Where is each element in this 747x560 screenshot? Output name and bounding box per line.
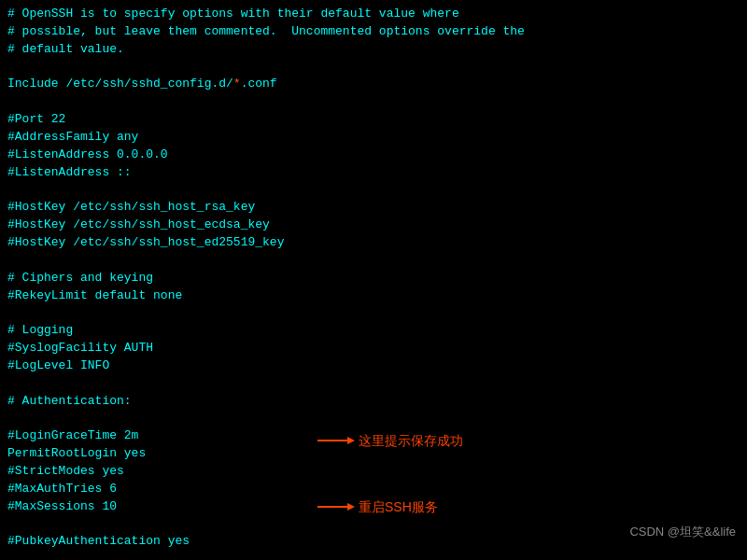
line-22	[7, 375, 740, 393]
line-9: #ListenAddress 0.0.0.0	[7, 147, 740, 164]
line-10: #ListenAddress ::	[7, 164, 740, 182]
svg-marker-3	[347, 503, 355, 511]
line-11	[7, 181, 740, 199]
line-15	[7, 252, 740, 270]
line-23: # Authentication:	[7, 393, 740, 411]
terminal: # OpenSSH is to specify options with the…	[0, 0, 747, 560]
line-16: # Ciphers and keying	[7, 270, 740, 287]
line-28: #MaxAuthTries 6	[7, 481, 740, 498]
line-1: # OpenSSH is to specify options with the…	[7, 6, 740, 23]
line-24	[7, 410, 740, 427]
line-20: #SyslogFacility AUTH	[7, 340, 740, 357]
annotation-restart-text: 重启SSH服务	[359, 497, 438, 516]
watermark: CSDN @坦笑&&life	[629, 524, 736, 541]
line-4	[7, 59, 740, 77]
line-3: # default value.	[7, 41, 740, 59]
line-19: # Logging	[7, 322, 740, 340]
arrow-right-icon	[317, 433, 355, 448]
line-17: #RekeyLimit default none	[7, 287, 740, 305]
line-7: #Port 22	[7, 111, 740, 129]
line-14: #HostKey /etc/ssh/ssh_host_ed25519_key	[7, 234, 740, 252]
line-6	[7, 93, 740, 111]
svg-marker-1	[347, 437, 355, 444]
annotation-save-text: 这里提示保存成功	[359, 431, 463, 450]
line-21: #LogLevel INFO	[7, 357, 740, 375]
annotation-restart: 重启SSH服务	[317, 497, 438, 516]
arrow-right-icon-2	[317, 499, 355, 514]
line-8: #AddressFamily any	[7, 129, 740, 147]
line-5: Include /etc/ssh/sshd_config.d/*.conf	[7, 76, 740, 93]
line-2: # possible, but leave them commented. Un…	[7, 23, 740, 41]
line-12: #HostKey /etc/ssh/ssh_host_rsa_key	[7, 199, 740, 217]
line-18	[7, 304, 740, 322]
annotation-save: 这里提示保存成功	[317, 431, 463, 450]
save-confirmation-line: "/etc/ssh/sshd_config" 122L, 3239B writt…	[7, 553, 740, 560]
line-13: #HostKey /etc/ssh/ssh_host_ecdsa_key	[7, 217, 740, 234]
line-27: #StrictModes yes	[7, 463, 740, 481]
